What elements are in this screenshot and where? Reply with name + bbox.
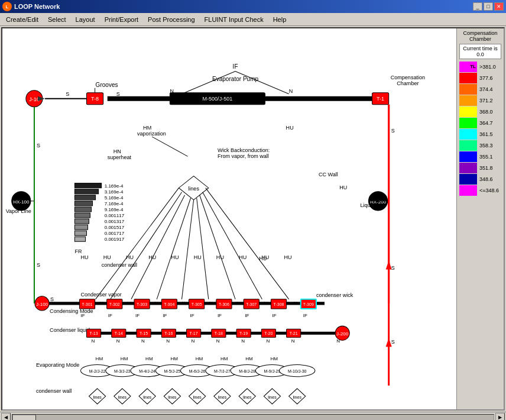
canvas-area[interactable]: IF Evaporator Pump Compensation Chamber … [2, 28, 456, 409]
menu-print-export[interactable]: Print/Export [100, 15, 143, 24]
legend-item-8: 355.1 [459, 151, 501, 162]
menu-select[interactable]: Select [43, 15, 71, 24]
svg-line-48 [131, 195, 185, 299]
scroll-left-button[interactable]: ◀ [1, 413, 11, 421]
svg-text:lines: lines [93, 395, 102, 399]
svg-text:J-100: J-100 [36, 302, 48, 307]
svg-rect-193 [74, 225, 87, 230]
color-swatch-7 [459, 140, 477, 151]
svg-text:M-9/J-29: M-9/J-29 [264, 369, 281, 373]
hm-vaporization-label: HM [143, 125, 151, 131]
svg-text:N: N [192, 338, 195, 344]
svg-text:S: S [37, 262, 40, 268]
svg-text:M-500/J-501: M-500/J-501 [202, 96, 232, 102]
svg-text:3.169e-4: 3.169e-4 [105, 189, 124, 195]
legend-item-0: TL >381.0 [459, 62, 501, 72]
scroll-right-button[interactable]: ▶ [495, 413, 505, 421]
svg-text:N: N [166, 338, 170, 344]
svg-text:HM: HM [270, 356, 278, 361]
menu-layout[interactable]: Layout [71, 15, 100, 24]
svg-text:lines: lines [143, 395, 152, 399]
svg-text:HU: HU [80, 254, 88, 260]
color-label-4: 368.0 [479, 109, 493, 115]
menu-fluint-input-check[interactable]: FLUINT Input Check [200, 15, 268, 24]
svg-text:S: S [391, 339, 395, 345]
menu-help[interactable]: Help [268, 15, 291, 24]
svg-text:N: N [236, 301, 240, 306]
evaporator-pump-label: Evaporator Pump [212, 76, 259, 82]
svg-line-5 [235, 71, 289, 93]
condenser-vapor-label: Condenser vapor [80, 292, 121, 298]
grooves-label: Grooves [96, 82, 118, 88]
svg-text:IF: IF [108, 313, 112, 318]
svg-text:lines: lines [193, 395, 202, 399]
svg-text:HU: HU [126, 254, 134, 260]
svg-line-54 [206, 188, 289, 299]
svg-text:superheat: superheat [108, 154, 132, 160]
close-button[interactable]: ✕ [494, 2, 504, 11]
menu-create-edit[interactable]: Create/Edit [1, 15, 43, 24]
svg-text:HM: HM [170, 356, 178, 361]
main-content: IF Evaporator Pump Compensation Chamber … [1, 27, 505, 411]
maximize-button[interactable]: □ [484, 2, 493, 11]
svg-text:lines: lines [188, 186, 199, 192]
color-legend: CompensationChamber Current time is 0.0 … [456, 28, 504, 409]
svg-text:N: N [209, 301, 213, 306]
svg-text:IF: IF [163, 313, 167, 318]
legend-item-2: 374.4 [459, 84, 501, 95]
svg-text:N: N [116, 338, 120, 344]
svg-text:HU: HU [171, 254, 179, 260]
condensing-mode-label: Condensing Mode [50, 308, 93, 314]
svg-line-49 [157, 198, 190, 299]
svg-rect-189 [74, 213, 90, 218]
title-bar: L LOOP Network _ □ ✕ [0, 0, 506, 13]
svg-text:0.001717: 0.001717 [105, 231, 125, 236]
color-swatch-4 [459, 106, 477, 117]
svg-text:IF: IF [245, 313, 249, 318]
svg-text:N: N [92, 338, 95, 344]
svg-text:IF: IF [218, 313, 222, 318]
window-controls: _ □ ✕ [473, 2, 504, 11]
svg-text:HU: HU [103, 254, 111, 260]
svg-text:IF: IF [272, 313, 276, 318]
svg-text:J-10: J-10 [29, 96, 40, 102]
svg-text:S: S [391, 265, 395, 271]
svg-text:T-303: T-303 [137, 302, 147, 306]
svg-text:M-4/J-24: M-4/J-24 [139, 369, 155, 373]
svg-text:T-18: T-18 [215, 331, 223, 335]
svg-line-50 [182, 200, 194, 299]
scroll-thumb[interactable] [12, 415, 36, 421]
svg-text:IF: IF [303, 313, 307, 318]
svg-text:HU: HU [194, 254, 202, 260]
menu-post-processing[interactable]: Post Processing [143, 15, 199, 24]
svg-text:T-17: T-17 [190, 331, 198, 335]
wick-backconduction-label: Wick Backconduction: [218, 147, 270, 153]
svg-text:S: S [66, 91, 69, 97]
color-swatch-6 [459, 129, 477, 140]
svg-rect-191 [74, 219, 89, 224]
svg-text:T-306: T-306 [219, 302, 229, 306]
svg-text:N: N [127, 301, 131, 306]
svg-text:M-2/J-22: M-2/J-22 [89, 369, 106, 373]
color-label-5: 364.7 [479, 120, 493, 126]
svg-text:N: N [336, 338, 340, 344]
svg-text:HU: HU [286, 125, 294, 131]
app-icon: L [2, 2, 12, 11]
svg-text:Chamber: Chamber [397, 80, 419, 86]
minimize-button[interactable]: _ [473, 2, 482, 11]
svg-text:T-13: T-13 [90, 331, 98, 335]
legend-item-1: 377.6 [459, 73, 501, 83]
legend-item-4: 368.0 [459, 106, 501, 117]
svg-text:0.001917: 0.001917 [105, 237, 125, 242]
color-label-6: 361.5 [479, 131, 493, 137]
current-time-display: Current time is 0.0 [459, 44, 501, 59]
svg-text:lines: lines [268, 395, 277, 399]
legend-item-10: 348.6 [459, 174, 501, 185]
color-label-8: 355.1 [479, 154, 493, 160]
color-swatch-10 [459, 174, 477, 185]
svg-text:HX-100: HX-100 [13, 199, 30, 205]
svg-text:T-20: T-20 [264, 331, 273, 335]
color-swatch-0: TL [459, 62, 477, 72]
scroll-track[interactable] [12, 414, 494, 421]
svg-text:T-15: T-15 [140, 331, 148, 335]
